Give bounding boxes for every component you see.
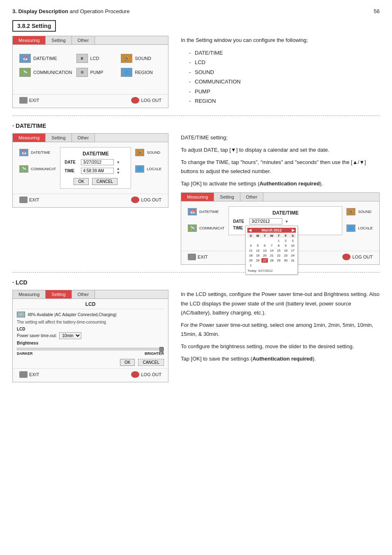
tab-measuring-1[interactable]: Measuring	[13, 36, 46, 44]
cal-day[interactable]: 1	[275, 238, 282, 243]
slider-labels: DARKER BRIGHTER	[17, 352, 164, 356]
dt3-form-area: DATE/TIME DATE ▼ TIME	[228, 205, 342, 237]
list-item: ⚙ PUMP	[76, 68, 117, 77]
dt-ok-button[interactable]: OK	[74, 178, 88, 185]
cal-day[interactable]	[261, 263, 268, 268]
cal-day[interactable]: 6	[261, 243, 268, 248]
cal-prev-arrow[interactable]: ◀	[249, 228, 251, 232]
cal-day[interactable]: 7	[268, 243, 275, 248]
datetime-form: DATE/TIME DATE ▼ TIME ▲▼	[60, 147, 131, 189]
cal-day[interactable]: 18	[247, 253, 254, 258]
dt3-date-arrow[interactable]: ▼	[285, 220, 288, 224]
cal-day[interactable]	[254, 238, 261, 243]
cal-day[interactable]: 21	[268, 253, 275, 258]
time-label: TIME	[65, 169, 78, 173]
list-item: 📅 DATE/TIME	[19, 149, 56, 156]
cal-day[interactable]: 14	[268, 248, 275, 253]
exit-button-2[interactable]: EXIT	[19, 197, 39, 203]
cal-day[interactable]: 2	[282, 238, 289, 243]
cal-day[interactable]	[268, 263, 275, 268]
cal-day[interactable]: 25	[247, 258, 254, 263]
dt-desc-0: DATE/TIME setting;	[181, 133, 380, 142]
dt-cancel-button[interactable]: CANCEL	[92, 178, 118, 185]
brightness-slider-track[interactable]	[17, 348, 164, 350]
lcd-ok-button[interactable]: OK	[120, 359, 135, 366]
cal-day-header: M	[254, 234, 261, 238]
cal-day[interactable]: 3	[289, 238, 296, 243]
logout-button-4[interactable]: LOG OUT	[131, 371, 161, 378]
logout-label-1: LOG OUT	[141, 98, 161, 103]
tab-measuring-4[interactable]: Measuring	[13, 290, 46, 298]
dt3-date-input[interactable]	[249, 218, 282, 224]
tab-setting-2[interactable]: Setting	[46, 134, 71, 142]
tab-other-1[interactable]: Other	[72, 36, 95, 44]
brightness-slider-thumb[interactable]	[159, 347, 164, 352]
dt-datetime-label: DATE/TIME	[31, 150, 50, 155]
power-saver-select[interactable]: 10min 1min 2min 5min 15min 30min	[59, 332, 81, 339]
cal-day[interactable]: 4	[247, 243, 254, 248]
tab-measuring-2[interactable]: Measuring	[13, 134, 46, 142]
exit-label-1: EXIT	[29, 98, 39, 103]
cal-day[interactable]: 23	[282, 253, 289, 258]
cal-day[interactable]: 1	[247, 263, 254, 268]
logout-button-1[interactable]: LOG OUT	[131, 97, 161, 104]
cal-next-arrow[interactable]: ▶	[292, 228, 295, 232]
tab-measuring-3[interactable]: Measuring	[181, 193, 214, 201]
tab-setting-4[interactable]: Setting	[46, 290, 71, 298]
cal-day[interactable]: 28	[268, 258, 275, 263]
time-arrow[interactable]: ▲▼	[116, 166, 120, 175]
icon-grid-1: 📅 DATE/TIME 🖥 LCD 🔊 SOUND 📡	[19, 54, 161, 77]
cal-day[interactable]: 5	[254, 243, 261, 248]
page-number: 56	[374, 8, 380, 14]
cal-day[interactable]: 17	[289, 248, 296, 253]
cal-day[interactable]: 20	[261, 253, 268, 258]
cal-day[interactable]	[275, 263, 282, 268]
dt3-comm-label: COMMUNICAT	[199, 226, 224, 230]
cal-day[interactable]: 16	[282, 248, 289, 253]
date-input[interactable]	[81, 159, 114, 165]
date-arrow[interactable]: ▼	[116, 160, 120, 164]
tab-other-4[interactable]: Other	[72, 290, 95, 298]
cal-day[interactable]: 15	[275, 248, 282, 253]
cal-day[interactable]: 9	[282, 243, 289, 248]
exit-icon-4	[19, 371, 28, 378]
cal-day[interactable]	[254, 263, 261, 268]
cal-day[interactable]: 29	[275, 258, 282, 263]
cal-day[interactable]: 11	[247, 248, 254, 253]
lcd-cancel-button[interactable]: CANCEL	[138, 359, 164, 366]
cal-day[interactable]: 13	[261, 248, 268, 253]
cal-day-today[interactable]: 27	[261, 258, 268, 263]
cal-day[interactable]: 24	[289, 253, 296, 258]
time-input[interactable]	[81, 168, 114, 174]
cal-day[interactable]	[289, 263, 296, 268]
tab-setting-3[interactable]: Setting	[214, 193, 240, 201]
exit-button-3[interactable]: EXIT	[188, 254, 208, 260]
divider-2	[12, 272, 380, 273]
dt3-locale-icon: 🌐	[346, 224, 355, 232]
cal-day[interactable]: 19	[254, 253, 261, 258]
cal-day[interactable]: 26	[254, 258, 261, 263]
cal-day[interactable]: 10	[289, 243, 296, 248]
logout-button-2[interactable]: LOG OUT	[131, 197, 161, 203]
exit-button-1[interactable]: EXIT	[19, 97, 39, 104]
cal-day[interactable]: 22	[275, 253, 282, 258]
exit-button-4[interactable]: EXIT	[19, 371, 39, 378]
device-tabs-2: Measuring Setting Other	[13, 134, 168, 142]
cal-day[interactable]	[261, 238, 268, 243]
tab-setting-1[interactable]: Setting	[46, 36, 71, 44]
list-item: 🖥 LCD	[76, 54, 117, 63]
battery-icon: ⚡	[17, 312, 25, 317]
tab-other-3[interactable]: Other	[240, 193, 264, 201]
cal-day[interactable]: 8	[275, 243, 282, 248]
cal-day[interactable]: 12	[254, 248, 261, 253]
cal-day[interactable]	[282, 263, 289, 268]
dt-desc-3: Tap [OK] to activate the settings (Authe…	[181, 179, 380, 188]
dt-datetime-icon: 📅	[19, 149, 28, 156]
tab-other-2[interactable]: Other	[72, 134, 95, 142]
cal-day[interactable]	[247, 238, 254, 243]
logout-button-3[interactable]: LOG OUT	[342, 254, 373, 260]
cal-day[interactable]: 30	[282, 258, 289, 263]
cal-day[interactable]: 31	[289, 258, 296, 263]
cal-day[interactable]	[268, 238, 275, 243]
region-icon: 🌐	[121, 68, 132, 77]
